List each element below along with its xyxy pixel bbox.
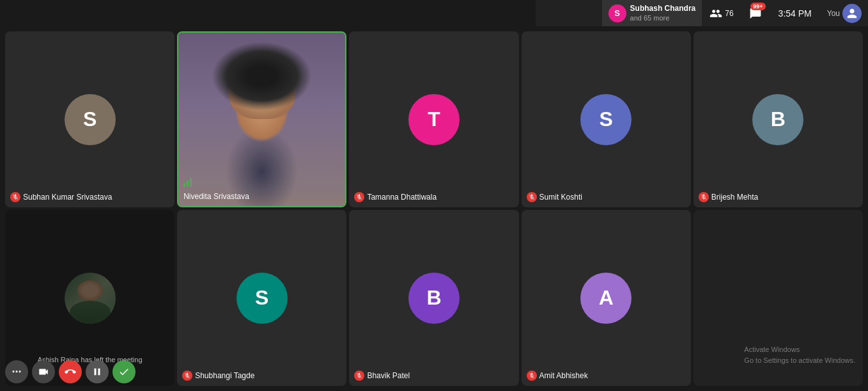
you-avatar-wrap: You (821, 4, 868, 23)
video-nivedita (178, 33, 345, 206)
audio-bar-3 (190, 178, 192, 187)
tile-subhan: S Subhan Kumar Srivastava (5, 31, 174, 207)
messages-button[interactable]: 99+ (741, 0, 770, 26)
end-call-icon (65, 366, 76, 378)
mic-off-bhavik (354, 371, 364, 381)
speaker-more: and 65 more (630, 13, 696, 22)
you-label: You (827, 9, 840, 18)
mic-off-amit (527, 371, 537, 381)
video-person-nivedita (178, 33, 345, 206)
top-bar: S Subhash Chandra and 65 more 76 99+ 3:5… (536, 0, 868, 26)
mic-off-sumit (527, 192, 537, 202)
name-subhan: Subhan Kumar Srivastava (10, 192, 112, 202)
name-label-bhavik: Bhavik Patel (367, 371, 410, 380)
user-icon (846, 8, 858, 19)
participants-button[interactable]: 76 (702, 0, 741, 26)
audio-bar-1 (183, 183, 185, 187)
name-label-nivedita: Nivedita Srivastava (183, 192, 249, 201)
audio-indicator-nivedita (183, 178, 192, 187)
camera-button[interactable] (32, 360, 55, 383)
avatar-brijesh: B (752, 94, 803, 145)
tile-nivedita: Nivedita Srivastava (177, 31, 346, 207)
name-nivedita: Nivedita Srivastava (183, 192, 249, 201)
your-avatar (842, 4, 862, 23)
name-shubhangi: Shubhangi Tagde (182, 371, 254, 381)
speaker-name: Subhash Chandra (630, 4, 696, 14)
tile-shubhangi: S Shubhangi Tagde (177, 210, 346, 386)
activate-windows-watermark: Activate Windows Go to Settings to activ… (744, 344, 855, 365)
accept-button[interactable] (112, 360, 136, 383)
name-label-sumit: Sumit Koshti (539, 193, 582, 202)
name-label-shubhangi: Shubhangi Tagde (195, 371, 254, 380)
mic-off-shubhangi (182, 371, 192, 381)
tile-sumit: S Sumit Koshti (522, 31, 691, 207)
avatar-amit: A (580, 273, 632, 324)
name-label-tamanna: Tamanna Dhattiwala (367, 193, 437, 202)
name-amit: Amit Abhishek (527, 371, 588, 381)
mic-off-subhan (10, 192, 20, 202)
mic-off-tamanna (354, 192, 364, 202)
name-bhavik: Bhavik Patel (354, 371, 410, 381)
bottom-toolbar: ··· (5, 360, 136, 383)
name-tamanna: Tamanna Dhattiwala (354, 192, 437, 202)
name-label-amit: Amit Abhishek (539, 371, 588, 380)
mic-off-brijesh (699, 192, 709, 202)
name-brijesh: Brijesh Mehta (699, 192, 758, 202)
participants-icon (709, 7, 722, 20)
speaker-avatar: S (608, 4, 626, 22)
participants-count: 76 (725, 9, 733, 18)
tile-ashish: Ashish Raina has left the meeting (5, 210, 174, 386)
name-label-brijesh: Brijesh Mehta (711, 193, 758, 202)
time-display: 3:54 PM (770, 8, 821, 19)
more-options-button[interactable]: ··· (5, 360, 28, 383)
messages-badge: 99+ (750, 3, 765, 10)
tile-tamanna: T Tamanna Dhattiwala (349, 31, 518, 207)
avatar-subhan: S (65, 94, 116, 145)
pause-icon (91, 366, 103, 378)
avatar-shubhangi: S (236, 273, 288, 324)
tile-brijesh: B Brijesh Mehta (694, 31, 863, 207)
tile-bhavik: B Bhavik Patel (349, 210, 518, 386)
name-label-subhan: Subhan Kumar Srivastava (23, 193, 112, 202)
avatar-bhavik: B (408, 273, 460, 324)
participants-grid: S Subhan Kumar Srivastava Nivedita Sriva… (0, 26, 868, 391)
speaker-info: S Subhash Chandra and 65 more (602, 0, 702, 26)
tile-amit: A Amit Abhishek (522, 210, 691, 386)
avatar-sumit: S (580, 94, 632, 145)
end-call-button[interactable] (59, 360, 82, 383)
speaker-text: Subhash Chandra and 65 more (630, 4, 696, 23)
audio-bar-2 (187, 180, 189, 187)
camera-icon (38, 366, 49, 378)
avatar-tamanna: T (408, 94, 460, 145)
name-sumit: Sumit Koshti (527, 192, 582, 202)
pause-button[interactable] (86, 360, 109, 383)
check-icon (118, 366, 130, 378)
